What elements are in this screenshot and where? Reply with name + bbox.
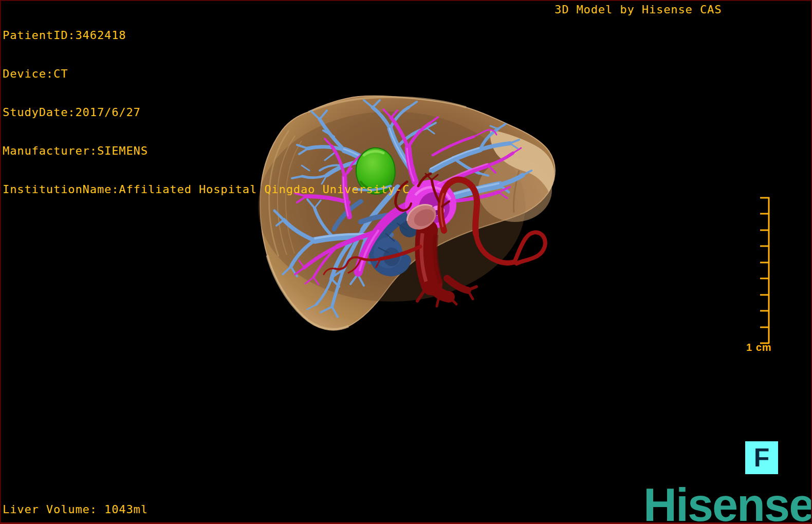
model-credit: 3D Model by Hisense CAS — [555, 3, 722, 16]
study-date: StudyDate:2017/6/27 — [3, 106, 410, 119]
patient-id: PatientID:3462418 — [3, 29, 410, 42]
patient-info-block: PatientID:3462418 Device:CT StudyDate:20… — [3, 3, 410, 221]
orientation-marker-f: F — [745, 441, 778, 474]
viewer-window: PatientID:3462418 Device:CT StudyDate:20… — [0, 0, 812, 524]
liver-volume-readout: Liver Volume: 1043ml — [3, 503, 148, 516]
device: Device:CT — [3, 67, 410, 80]
scale-ruler-label: 1 cm — [746, 342, 782, 353]
institution-name: InstitutionName:Affiliated Hospital Qing… — [3, 183, 410, 196]
scale-ruler — [760, 197, 769, 343]
manufacturer: Manufacturer:SIEMENS — [3, 144, 410, 157]
hisense-logo: Hisense — [643, 482, 812, 524]
